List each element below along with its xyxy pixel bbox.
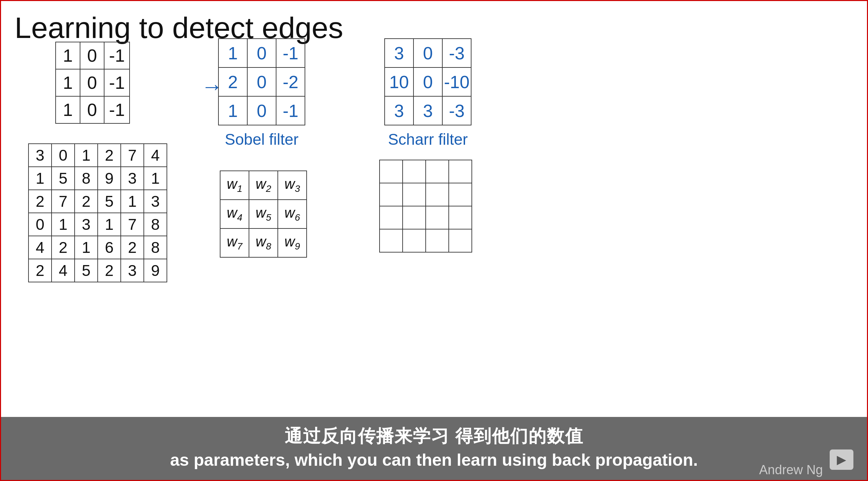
matrix-scharr: 30-3 100-10 33-3 Scharr filter (384, 38, 471, 148)
matrix-sobel: 10-1 20-2 10-1 Sobel filter (218, 38, 305, 148)
sobel-label: Sobel filter (218, 130, 305, 148)
subtitle-english: as parameters, which you can then learn … (170, 450, 698, 470)
matrix-result (379, 160, 472, 253)
scharr-label: Scharr filter (384, 130, 471, 148)
matrix-w: w1 w2 w3 w4 w5 w6 w7 w8 w9 (220, 171, 307, 258)
slide: Learning to detect edges 1 0 -1 1 0 -1 1… (0, 0, 868, 481)
play-icon: ▶ (837, 453, 846, 467)
video-icon[interactable]: ▶ (830, 449, 853, 470)
matrix-6x6: 301274 158931 272513 013178 421628 24523… (28, 143, 167, 282)
matrix-topleft: 1 0 -1 1 0 -1 1 0 -1 (55, 42, 130, 116)
subtitle-bar: 通过反向传播来学习 得到他们的数值 as parameters, which y… (1, 417, 867, 480)
author-name: Andrew Ng (759, 463, 823, 477)
subtitle-chinese: 通过反向传播来学习 得到他们的数值 (285, 424, 583, 448)
